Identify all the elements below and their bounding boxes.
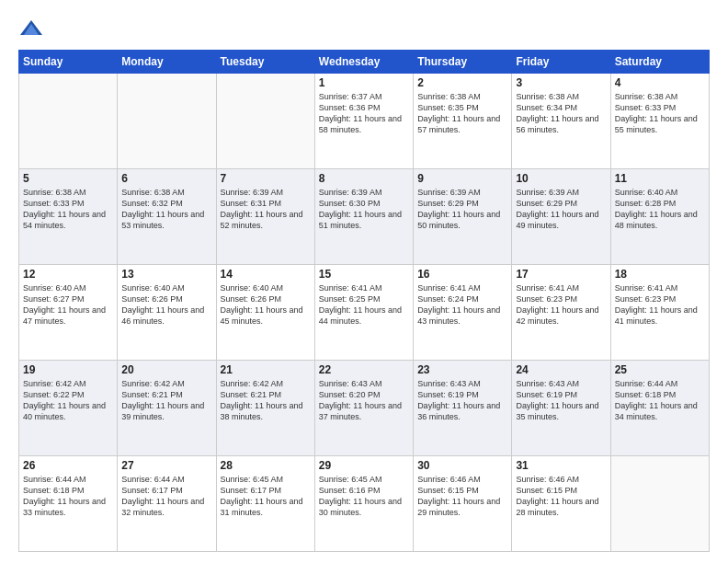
calendar-cell: 2Sunrise: 6:38 AMSunset: 6:35 PMDaylight… — [414, 74, 512, 169]
day-number: 24 — [516, 363, 606, 376]
calendar-cell: 29Sunrise: 6:45 AMSunset: 6:16 PMDayligh… — [314, 456, 413, 552]
day-number: 2 — [417, 76, 507, 89]
day-number: 22 — [319, 363, 409, 376]
calendar-cell: 1Sunrise: 6:37 AMSunset: 6:36 PMDaylight… — [314, 74, 413, 169]
calendar-week-2: 5Sunrise: 6:38 AMSunset: 6:33 PMDaylight… — [19, 169, 710, 265]
calendar-week-4: 19Sunrise: 6:42 AMSunset: 6:22 PMDayligh… — [19, 361, 710, 456]
calendar-cell — [216, 74, 314, 169]
day-number: 23 — [417, 363, 507, 376]
calendar-week-5: 26Sunrise: 6:44 AMSunset: 6:18 PMDayligh… — [19, 456, 710, 552]
calendar-cell: 6Sunrise: 6:38 AMSunset: 6:32 PMDaylight… — [118, 169, 216, 265]
day-number: 19 — [23, 363, 113, 376]
calendar-cell: 30Sunrise: 6:46 AMSunset: 6:15 PMDayligh… — [414, 456, 512, 552]
day-info: Sunrise: 6:39 AMSunset: 6:31 PMDaylight:… — [221, 187, 311, 232]
day-info: Sunrise: 6:43 AMSunset: 6:20 PMDaylight:… — [319, 378, 409, 423]
day-header-monday: Monday — [118, 51, 216, 74]
day-number: 9 — [417, 172, 507, 185]
day-header-wednesday: Wednesday — [314, 51, 413, 74]
day-header-tuesday: Tuesday — [216, 51, 314, 74]
day-info: Sunrise: 6:46 AMSunset: 6:15 PMDaylight:… — [516, 474, 606, 519]
calendar-cell: 10Sunrise: 6:39 AMSunset: 6:29 PMDayligh… — [512, 169, 610, 265]
calendar-cell — [610, 456, 709, 552]
day-number: 18 — [615, 268, 705, 281]
day-header-saturday: Saturday — [610, 51, 709, 74]
calendar-cell: 5Sunrise: 6:38 AMSunset: 6:33 PMDaylight… — [19, 169, 118, 265]
calendar-week-3: 12Sunrise: 6:40 AMSunset: 6:27 PMDayligh… — [19, 265, 710, 361]
day-info: Sunrise: 6:37 AMSunset: 6:36 PMDaylight:… — [319, 91, 409, 136]
day-number: 21 — [221, 363, 311, 376]
day-number: 31 — [516, 459, 606, 472]
day-number: 11 — [615, 172, 705, 185]
day-number: 3 — [516, 76, 606, 89]
day-info: Sunrise: 6:40 AMSunset: 6:26 PMDaylight:… — [221, 282, 311, 327]
day-number: 12 — [23, 268, 113, 281]
calendar-cell: 21Sunrise: 6:42 AMSunset: 6:21 PMDayligh… — [216, 361, 314, 456]
day-info: Sunrise: 6:44 AMSunset: 6:18 PMDaylight:… — [615, 378, 705, 423]
day-number: 4 — [615, 76, 705, 89]
day-number: 28 — [221, 459, 311, 472]
day-info: Sunrise: 6:43 AMSunset: 6:19 PMDaylight:… — [516, 378, 606, 423]
day-info: Sunrise: 6:38 AMSunset: 6:34 PMDaylight:… — [516, 91, 606, 136]
calendar-cell: 3Sunrise: 6:38 AMSunset: 6:34 PMDaylight… — [512, 74, 610, 169]
day-info: Sunrise: 6:39 AMSunset: 6:29 PMDaylight:… — [417, 187, 507, 232]
day-number: 5 — [23, 172, 113, 185]
day-number: 6 — [121, 172, 211, 185]
day-number: 15 — [319, 268, 409, 281]
day-number: 26 — [23, 459, 113, 472]
day-header-sunday: Sunday — [19, 51, 118, 74]
day-info: Sunrise: 6:38 AMSunset: 6:33 PMDaylight:… — [615, 91, 705, 136]
day-number: 20 — [121, 363, 211, 376]
logo — [18, 17, 48, 42]
calendar-cell: 19Sunrise: 6:42 AMSunset: 6:22 PMDayligh… — [19, 361, 118, 456]
day-info: Sunrise: 6:41 AMSunset: 6:25 PMDaylight:… — [319, 282, 409, 327]
day-info: Sunrise: 6:38 AMSunset: 6:32 PMDaylight:… — [121, 187, 211, 232]
day-number: 10 — [516, 172, 606, 185]
calendar-cell: 17Sunrise: 6:41 AMSunset: 6:23 PMDayligh… — [512, 265, 610, 361]
calendar-cell: 26Sunrise: 6:44 AMSunset: 6:18 PMDayligh… — [19, 456, 118, 552]
calendar-cell: 13Sunrise: 6:40 AMSunset: 6:26 PMDayligh… — [118, 265, 216, 361]
calendar-cell — [19, 74, 118, 169]
day-info: Sunrise: 6:45 AMSunset: 6:17 PMDaylight:… — [221, 474, 311, 519]
calendar-cell: 11Sunrise: 6:40 AMSunset: 6:28 PMDayligh… — [610, 169, 709, 265]
day-info: Sunrise: 6:41 AMSunset: 6:24 PMDaylight:… — [417, 282, 507, 327]
calendar-cell: 20Sunrise: 6:42 AMSunset: 6:21 PMDayligh… — [118, 361, 216, 456]
day-info: Sunrise: 6:42 AMSunset: 6:21 PMDaylight:… — [221, 378, 311, 423]
day-info: Sunrise: 6:41 AMSunset: 6:23 PMDaylight:… — [516, 282, 606, 327]
day-number: 13 — [121, 268, 211, 281]
calendar-week-1: 1Sunrise: 6:37 AMSunset: 6:36 PMDaylight… — [19, 74, 710, 169]
day-info: Sunrise: 6:39 AMSunset: 6:30 PMDaylight:… — [319, 187, 409, 232]
day-header-thursday: Thursday — [414, 51, 512, 74]
day-number: 1 — [319, 76, 409, 89]
calendar-cell: 23Sunrise: 6:43 AMSunset: 6:19 PMDayligh… — [414, 361, 512, 456]
day-number: 17 — [516, 268, 606, 281]
calendar-cell: 16Sunrise: 6:41 AMSunset: 6:24 PMDayligh… — [414, 265, 512, 361]
day-number: 30 — [417, 459, 507, 472]
day-info: Sunrise: 6:40 AMSunset: 6:27 PMDaylight:… — [23, 282, 113, 327]
header — [18, 17, 710, 42]
day-info: Sunrise: 6:38 AMSunset: 6:35 PMDaylight:… — [417, 91, 507, 136]
calendar-cell: 25Sunrise: 6:44 AMSunset: 6:18 PMDayligh… — [610, 361, 709, 456]
day-header-friday: Friday — [512, 51, 610, 74]
calendar-cell: 9Sunrise: 6:39 AMSunset: 6:29 PMDaylight… — [414, 169, 512, 265]
day-number: 25 — [615, 363, 705, 376]
day-number: 8 — [319, 172, 409, 185]
calendar-header-row: SundayMondayTuesdayWednesdayThursdayFrid… — [19, 51, 710, 74]
day-number: 7 — [221, 172, 311, 185]
day-info: Sunrise: 6:38 AMSunset: 6:33 PMDaylight:… — [23, 187, 113, 232]
calendar-cell: 8Sunrise: 6:39 AMSunset: 6:30 PMDaylight… — [314, 169, 413, 265]
calendar-cell: 27Sunrise: 6:44 AMSunset: 6:17 PMDayligh… — [118, 456, 216, 552]
day-info: Sunrise: 6:40 AMSunset: 6:28 PMDaylight:… — [615, 187, 705, 232]
day-info: Sunrise: 6:46 AMSunset: 6:15 PMDaylight:… — [417, 474, 507, 519]
day-info: Sunrise: 6:44 AMSunset: 6:18 PMDaylight:… — [23, 474, 113, 519]
logo-icon — [18, 17, 44, 42]
calendar-cell: 24Sunrise: 6:43 AMSunset: 6:19 PMDayligh… — [512, 361, 610, 456]
day-info: Sunrise: 6:43 AMSunset: 6:19 PMDaylight:… — [417, 378, 507, 423]
day-info: Sunrise: 6:39 AMSunset: 6:29 PMDaylight:… — [516, 187, 606, 232]
calendar-cell: 14Sunrise: 6:40 AMSunset: 6:26 PMDayligh… — [216, 265, 314, 361]
day-number: 27 — [121, 459, 211, 472]
page: SundayMondayTuesdayWednesdayThursdayFrid… — [0, 0, 728, 563]
calendar-cell: 12Sunrise: 6:40 AMSunset: 6:27 PMDayligh… — [19, 265, 118, 361]
calendar-cell: 22Sunrise: 6:43 AMSunset: 6:20 PMDayligh… — [314, 361, 413, 456]
day-info: Sunrise: 6:40 AMSunset: 6:26 PMDaylight:… — [121, 282, 211, 327]
calendar: SundayMondayTuesdayWednesdayThursdayFrid… — [18, 50, 710, 552]
